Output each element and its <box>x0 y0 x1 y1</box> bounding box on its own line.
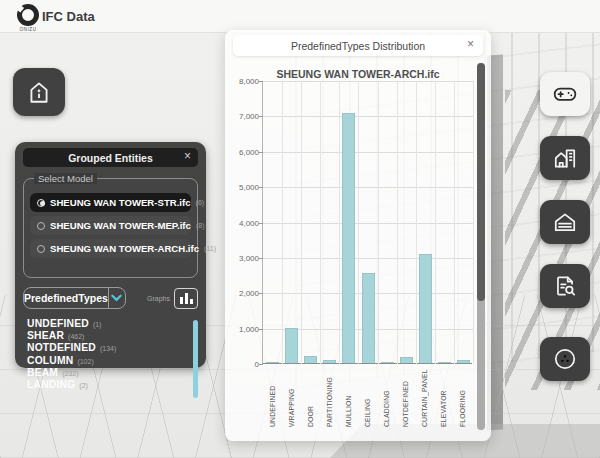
gridline-vertical <box>435 81 436 364</box>
tick-mark <box>259 187 263 188</box>
storeys-button[interactable] <box>540 200 590 244</box>
predefined-types-dropdown[interactable]: PredefinedTypes <box>23 287 126 309</box>
entity-type-list: UNDEFINED(1)SHEAR(462)NOTDEFINED(134)COL… <box>27 318 186 391</box>
model-list: SHEUNG WAN TOWER-STR.ifc(6)SHEUNG WAN TO… <box>30 189 191 262</box>
select-model-group: Select Model SHEUNG WAN TOWER-STR.ifc(6)… <box>23 178 198 278</box>
bar-undefined <box>266 362 279 363</box>
distribution-modal: PredefinedTypes Distribution × SHEUNG WA… <box>225 30 491 441</box>
gamepad-icon <box>552 81 578 107</box>
logo-ring-icon <box>17 4 39 26</box>
panel-title: Grouped Entities <box>68 152 153 164</box>
list-item[interactable]: UNDEFINED(1) <box>27 318 186 330</box>
graphs-control: Graphs <box>147 288 198 309</box>
model-option-1[interactable]: SHEUNG WAN TOWER-MEP.ifc(8) <box>30 216 191 235</box>
modal-scrollbar-track[interactable] <box>477 63 485 430</box>
x-tick-label: FLOORING <box>459 369 466 427</box>
tick-mark <box>259 116 263 117</box>
top-bar: ONIZU IFC Data <box>0 0 600 33</box>
tick-mark <box>259 223 263 224</box>
x-tick-label: WRAPPING <box>288 369 295 427</box>
gridline-vertical <box>320 81 321 364</box>
model-option-0[interactable]: SHEUNG WAN TOWER-STR.ifc(6) <box>30 193 191 212</box>
tick-mark <box>259 258 263 259</box>
chevron-down-icon <box>109 294 125 302</box>
bar-notdefined <box>400 357 413 363</box>
y-tick-label: 7,000 <box>219 112 259 121</box>
list-item[interactable]: SHEAR(462) <box>27 330 186 342</box>
model-name: SHEUNG WAN TOWER-MEP.ifc <box>50 220 191 231</box>
y-tick-label: 5,000 <box>219 183 259 192</box>
graphs-button[interactable] <box>174 288 198 309</box>
gridline <box>263 258 473 259</box>
x-tick-label: MULLION <box>345 369 352 427</box>
gridline-vertical <box>378 81 379 364</box>
bar-mullion <box>342 113 355 363</box>
radio-icon <box>37 199 45 207</box>
y-tick-label: 6,000 <box>219 148 259 157</box>
gridline-vertical <box>301 81 302 364</box>
tick-mark <box>259 81 263 82</box>
list-item[interactable]: NOTDEFINED(134) <box>27 342 186 354</box>
modal-close-icon[interactable]: × <box>467 37 474 51</box>
bar-chart: 01,0002,0003,0004,0005,0006,0007,0008,00… <box>262 81 472 364</box>
modal-scrollbar-thumb[interactable] <box>477 63 485 301</box>
list-item[interactable]: LANDING(2) <box>27 379 186 391</box>
bar-elevator <box>438 362 451 363</box>
x-tick-label: CURTAIN_PANEL <box>421 369 428 427</box>
tick-mark <box>259 152 263 153</box>
bar-wrapping <box>285 328 298 363</box>
bar-chart-icon <box>180 297 183 304</box>
x-tick-label: CLADDING <box>383 369 390 427</box>
model-option-2[interactable]: SHEUNG WAN TOWER-ARCH.ifc(11) <box>30 239 191 258</box>
bar-partitioning <box>323 360 336 363</box>
tick-mark <box>259 329 263 330</box>
y-tick-label: 2,000 <box>219 289 259 298</box>
bar-ceiling <box>362 273 375 363</box>
home-info-icon <box>26 79 52 105</box>
model-count: (6) <box>196 199 205 206</box>
x-tick-label: NOTDEFINED <box>402 369 409 427</box>
x-tick-label: DOOR <box>307 369 314 427</box>
modal-header[interactable]: PredefinedTypes Distribution × <box>233 35 483 56</box>
gridline-vertical <box>339 81 340 364</box>
page-title: IFC Data <box>42 9 95 24</box>
document-search-icon <box>552 273 578 299</box>
filter-row: PredefinedTypes Graphs <box>23 287 198 309</box>
inspect-data-button[interactable] <box>540 264 590 308</box>
dropdown-value: PredefinedTypes <box>24 292 108 304</box>
gridline-vertical <box>397 81 398 364</box>
tick-mark <box>259 293 263 294</box>
grouped-entities-panel: Grouped Entities × Select Model SHEUNG W… <box>15 142 206 368</box>
x-tick-label: ELEVATOR <box>440 369 447 427</box>
modal-title: PredefinedTypes Distribution <box>291 40 425 52</box>
radio-icon <box>37 222 45 230</box>
gamepad-mode-button[interactable] <box>540 72 590 116</box>
gridline <box>263 187 473 188</box>
model-count: (11) <box>204 245 216 252</box>
bar-cladding <box>381 362 394 363</box>
select-model-label: Select Model <box>34 173 97 184</box>
house-levels-icon <box>552 209 578 235</box>
model-name: SHEUNG WAN TOWER-ARCH.ifc <box>50 243 199 254</box>
gridline-vertical <box>358 81 359 364</box>
buildings-button[interactable] <box>540 136 590 180</box>
y-tick-label: 0 <box>219 360 259 369</box>
panel-scrollbar[interactable] <box>193 320 198 398</box>
list-item[interactable]: COLUMN(102) <box>27 355 186 367</box>
gridline-vertical <box>282 81 283 364</box>
model-name: SHEUNG WAN TOWER-STR.ifc <box>50 197 191 208</box>
gridline-vertical <box>473 81 474 364</box>
x-tick-label: CEILING <box>364 369 371 427</box>
model-count: (8) <box>196 222 205 229</box>
logo-text: ONIZU <box>13 27 43 32</box>
onizu-logo: ONIZU <box>13 4 43 32</box>
bar-door <box>304 356 317 363</box>
home-info-button[interactable] <box>13 68 65 116</box>
gridline <box>263 81 473 82</box>
list-item[interactable]: BEAM(232) <box>27 367 186 379</box>
gridline-vertical <box>454 81 455 364</box>
materials-button[interactable] <box>540 337 590 381</box>
panel-close-icon[interactable]: × <box>184 149 191 163</box>
panel-header: Grouped Entities × <box>23 148 198 167</box>
house-building-icon <box>552 145 578 171</box>
